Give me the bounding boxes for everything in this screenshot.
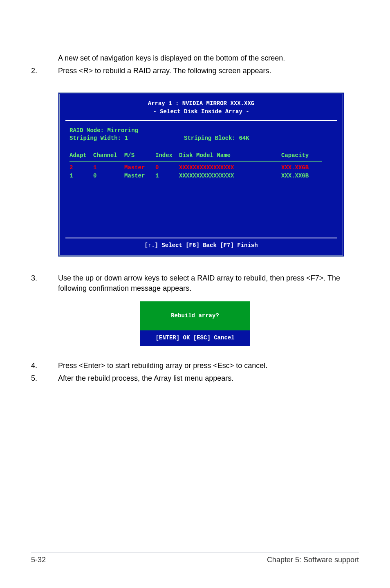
col-index: Index <box>155 152 179 162</box>
step-number-2: 2. <box>31 66 58 76</box>
page-number: 5-32 <box>31 555 46 565</box>
cell-adapt: 1 <box>69 172 93 180</box>
step-text-3: Use the up or down arrow keys to select … <box>58 273 359 294</box>
raid-mode: RAID Mode: Mirroring <box>69 127 333 135</box>
cell-capacity: XXX.XXGB <box>281 172 322 180</box>
cell-capacity: XXX.XXGB <box>281 164 322 172</box>
table-row[interactable]: 1 0 Master 1 XXXXXXXXXXXXXXXX XXX.XXGB <box>69 172 333 180</box>
bios-screenshot: Array 1 : NVIDIA MIRROR XXX.XXG - Select… <box>58 92 344 257</box>
cell-model: XXXXXXXXXXXXXXXX <box>179 164 281 172</box>
dialog-prompt: Rebuild array? <box>140 301 250 331</box>
striping-block: Striping Block: 64K <box>184 135 249 143</box>
step-number-4: 4. <box>31 361 58 371</box>
cell-index: 0 <box>155 164 179 172</box>
bios-footer-keys: [↑↓] Select [F6] Back [F7] Finish <box>60 238 343 256</box>
cell-channel: 0 <box>93 172 124 180</box>
table-header-row: Adapt Channel M/S Index Disk Model Name … <box>69 152 333 162</box>
cell-ms: Master <box>124 172 155 180</box>
col-ms: M/S <box>124 152 155 162</box>
intro-line: A new set of navigation keys is displaye… <box>58 54 285 62</box>
cell-adapt: 2 <box>69 164 93 172</box>
step-text-5: After the rebuild process, the Array lis… <box>58 373 359 384</box>
step-text-4: Press <Enter> to start rebuilding array … <box>58 361 359 371</box>
cell-ms: Master <box>124 164 155 172</box>
col-channel: Channel <box>93 152 124 162</box>
step-number-3: 3. <box>31 273 58 294</box>
col-adapt: Adapt <box>69 152 93 162</box>
striping-width: Striping Width: 1 <box>69 135 184 143</box>
chapter-title: Chapter 5: Software support <box>267 555 359 565</box>
dialog-keys: [ENTER] OK [ESC] Cancel <box>140 330 250 346</box>
col-model: Disk Model Name <box>179 152 281 162</box>
cell-channel: 1 <box>93 164 124 172</box>
table-row[interactable]: 2 1 Master 0 XXXXXXXXXXXXXXXX XXX.XXGB <box>69 164 333 172</box>
bios-title-1: Array 1 : NVIDIA MIRROR XXX.XXG <box>60 100 343 108</box>
col-capacity: Capacity <box>281 152 322 162</box>
page-footer: 5-32 Chapter 5: Software support <box>31 552 359 565</box>
cell-index: 1 <box>155 172 179 180</box>
bios-title-2: - Select Disk Inside Array - <box>60 108 343 116</box>
step-number-5: 5. <box>31 373 58 384</box>
confirm-dialog: Rebuild array? [ENTER] OK [ESC] Cancel <box>140 301 250 346</box>
cell-model: XXXXXXXXXXXXXXXX <box>179 172 281 180</box>
step-text-2: Press <R> to rebuild a RAID array. The f… <box>58 66 359 76</box>
